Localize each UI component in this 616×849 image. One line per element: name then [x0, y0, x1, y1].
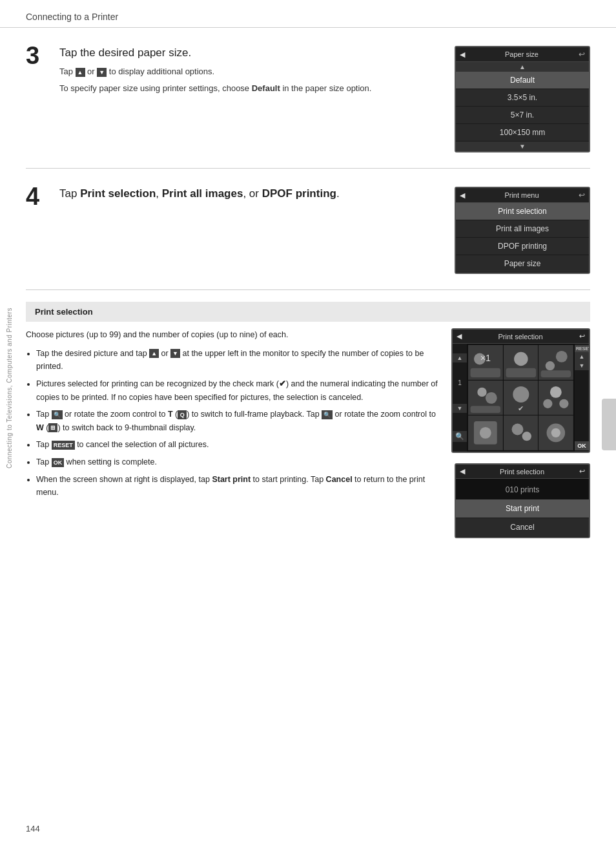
confirm-prints-label: 010 prints — [456, 479, 589, 499]
bullet-2: Pictures selected for printing can be re… — [36, 377, 438, 404]
svg-rect-2 — [471, 368, 501, 377]
svg-point-16 — [513, 386, 529, 403]
svg-point-5 — [514, 352, 528, 366]
svg-text:✔: ✔ — [518, 404, 524, 412]
thumb-screen-header: ◀ Print selection ↩ — [453, 330, 589, 344]
svg-point-13 — [486, 392, 497, 404]
step-4-heading: Tap Print selection, Print all images, o… — [59, 187, 435, 201]
step-4-number: 4 — [26, 184, 54, 209]
print-menu-item-2[interactable]: DPOF printing — [456, 238, 589, 255]
thumb-cell-5[interactable]: ✔ — [504, 381, 539, 415]
svg-point-12 — [477, 387, 486, 396]
confirm-header-left: ◀ — [460, 467, 465, 476]
svg-point-21 — [560, 399, 569, 408]
right-scroll-up[interactable]: ▲ — [575, 352, 589, 361]
svg-point-9 — [546, 361, 555, 370]
step-4-row: 4 Tap Print selection, Print all images,… — [26, 187, 590, 290]
thumb-cell-2[interactable] — [504, 345, 539, 380]
bullet-6: When the screen shown at right is displa… — [36, 473, 438, 499]
confirm-back-icon: ↩ — [579, 467, 585, 476]
confirm-screen-header: ◀ Print selection ↩ — [456, 465, 589, 479]
step-3-content: Tap the desired paper size. Tap ▲ or ▼ t… — [59, 46, 435, 99]
icon-down: ▼ — [97, 68, 107, 77]
icon-zoom: 🔍 — [52, 410, 63, 419]
icon-reset: RESET — [52, 441, 75, 450]
svg-point-19 — [550, 386, 562, 398]
thumb-right-controls: RESET ▲ ▼ OK — [575, 344, 589, 452]
paper-item-0[interactable]: Default — [456, 72, 589, 89]
svg-text:×1: ×1 — [480, 353, 491, 363]
print-selection-box: Print selection — [26, 302, 590, 322]
icon-w: ⊞ — [48, 423, 57, 432]
step-4-bold2: Print all images — [162, 187, 243, 200]
thumb-grid: ×1 — [467, 344, 575, 452]
thumb-cell-4[interactable] — [468, 381, 503, 415]
paper-item-2[interactable]: 5×7 in. — [456, 107, 589, 124]
back-icon: ↩ — [579, 50, 585, 59]
thumb-zoom-btn[interactable]: 🔍 — [453, 431, 467, 442]
icon-up2: ▲ — [149, 349, 159, 358]
thumb-down-btn[interactable]: ▼ — [453, 404, 467, 413]
print-selection-bullets: Tap the desired picture and tap ▲ or ▼ a… — [26, 347, 438, 499]
thumb-cell-9[interactable] — [539, 415, 573, 450]
print-menu-back-icon: ↩ — [579, 191, 585, 200]
print-menu-header-left: ◀ — [460, 191, 465, 200]
scroll-down-btn[interactable]: ▼ — [456, 142, 589, 151]
print-menu-item-0[interactable]: Print selection — [456, 203, 589, 220]
reset-btn[interactable]: RESET — [575, 345, 589, 352]
print-selection-body: Choose pictures (up to 99) and the numbe… — [26, 328, 590, 538]
icon-down2: ▼ — [170, 349, 180, 358]
svg-point-20 — [543, 399, 552, 408]
thumb-cell-7[interactable] — [468, 415, 503, 450]
thumb-count-label: 1 — [458, 378, 462, 388]
paper-size-title: Paper size — [505, 50, 539, 58]
cancel-btn[interactable]: Cancel — [456, 518, 589, 537]
thumb-up-btn[interactable]: ▲ — [453, 353, 467, 362]
confirm-screen: ◀ Print selection ↩ 010 prints Start pri… — [455, 463, 590, 538]
svg-point-27 — [522, 432, 531, 441]
thumb-cell-3[interactable] — [539, 345, 573, 380]
ok-btn[interactable]: OK — [575, 441, 589, 450]
page-number: 144 — [26, 824, 40, 833]
icon-zoom2: 🔍 — [322, 410, 333, 419]
thumb-back-icon: ↩ — [579, 332, 585, 341]
print-menu-header: ◀ Print menu ↩ — [456, 188, 589, 203]
right-scroll-down[interactable]: ▼ — [575, 361, 589, 370]
paper-item-1[interactable]: 3.5×5 in. — [456, 89, 589, 107]
step-3-body: Tap ▲ or ▼ to display additional options… — [59, 65, 435, 96]
bullet-5: Tap OK when setting is complete. — [36, 456, 438, 469]
step-3-body2: To specify paper size using printer sett… — [59, 82, 435, 96]
print-selection-text: Choose pictures (up to 99) and the numbe… — [26, 328, 438, 503]
step-3-body1: Tap ▲ or ▼ to display additional options… — [59, 65, 435, 79]
svg-point-26 — [511, 424, 523, 435]
print-selection-intro: Choose pictures (up to 99) and the numbe… — [26, 328, 438, 342]
step-3-row: 3 Tap the desired paper size. Tap ▲ or ▼… — [26, 46, 590, 169]
icon-up: ▲ — [76, 68, 85, 77]
thumb-cell-8[interactable] — [504, 415, 539, 450]
paper-item-3[interactable]: 100×150 mm — [456, 124, 589, 142]
thumb-cell-1[interactable]: ×1 — [468, 345, 503, 380]
step-3-number: 3 — [26, 43, 54, 68]
bullet-3: Tap 🔍 or rotate the zoom control to T (Q… — [36, 408, 438, 434]
svg-rect-10 — [541, 370, 571, 377]
thumb-cell-6[interactable] — [539, 381, 573, 415]
thumb-left-controls: ▲ 1 ▼ 🔍 — [453, 344, 467, 452]
svg-rect-14 — [471, 406, 501, 413]
svg-point-30 — [551, 428, 560, 437]
print-selection-title: Print selection — [35, 307, 581, 317]
print-menu-item-1[interactable]: Print all images — [456, 220, 589, 238]
paper-size-screen: ◀ Paper size ↩ ▲ Default 3.5×5 in. 5×7 i… — [455, 46, 590, 152]
start-print-btn[interactable]: Start print — [456, 499, 589, 518]
step-4-bold3: DPOF printing — [262, 187, 336, 200]
bullet-4: Tap RESET to cancel the selection of all… — [36, 438, 438, 452]
step-4-screen: ◀ Print menu ↩ Print selection Print all… — [455, 187, 590, 274]
header-title: Connecting to a Printer — [26, 12, 118, 22]
print-selection-screens: ◀ Print selection ↩ ▲ 1 ▼ 🔍 — [451, 328, 590, 538]
thumb-screen: ◀ Print selection ↩ ▲ 1 ▼ 🔍 — [451, 328, 590, 453]
svg-rect-6 — [506, 368, 536, 377]
thumb-header-left: ◀ — [457, 332, 462, 341]
scroll-up-btn[interactable]: ▲ — [456, 62, 589, 72]
paper-size-header: ◀ Paper size ↩ — [456, 47, 589, 62]
print-menu-item-3[interactable]: Paper size — [456, 255, 589, 273]
print-menu-list: Print selection Print all images DPOF pr… — [456, 203, 589, 273]
